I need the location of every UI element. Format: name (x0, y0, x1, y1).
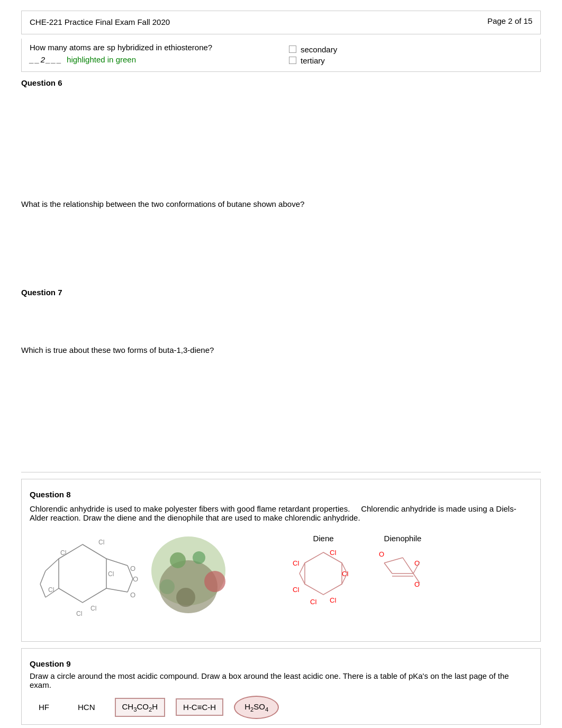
svg-line-23 (384, 563, 392, 574)
cl-label: Cl (60, 549, 66, 557)
molecule-2d: Cl Cl Cl Cl Cl O O (30, 529, 135, 636)
compound-hf: HF (30, 698, 58, 716)
o-label1: O (130, 565, 135, 572)
diene-section: Diene Cl Cl Cl Cl Cl Cl (292, 534, 355, 632)
compound-ch3co2h: CH3CO2H (115, 698, 166, 717)
question8-label: Question 8 (30, 490, 532, 499)
question7-text: Which is true about these two forms of b… (21, 345, 541, 354)
radio-tertiary[interactable] (289, 57, 296, 64)
question8-desc1: Chlorendic anhydride is used to make pol… (30, 504, 350, 513)
page-number: Page 2 of 15 (281, 16, 532, 25)
diene-cl2: Cl (330, 549, 336, 557)
question6-diagram-space (21, 90, 541, 196)
dienophile-o3: O (379, 550, 384, 558)
svg-line-1 (46, 559, 59, 571)
chlorendic-3d-svg (141, 529, 236, 634)
question7-diagram-space (21, 300, 541, 342)
question9-description: Draw a circle around the most acidic com… (30, 671, 532, 689)
molecule-3d-placeholder (141, 529, 236, 636)
question8-section: Question 8 Chlorendic anhydride is used … (21, 479, 541, 642)
o-label2: O (130, 591, 135, 599)
chlorendic-2d-svg: Cl Cl Cl Cl Cl O O (30, 529, 135, 634)
dienophile-section: Dienophile O O O (376, 534, 429, 632)
dienophile-svg: O O O (376, 547, 429, 632)
q8-molecules: Cl Cl Cl Cl Cl O O (30, 529, 270, 636)
svg-line-17 (300, 563, 305, 574)
diene-cl6: Cl (310, 598, 316, 606)
svg-marker-16 (305, 552, 342, 595)
svg-line-5 (106, 559, 128, 566)
top-question-text: How many atoms are sp hybridized in ethi… (30, 43, 273, 52)
compound-h2so4: H2SO4 (234, 696, 279, 719)
diene-label: Diene (313, 534, 333, 543)
svg-line-3 (40, 571, 46, 584)
diene-svg: Cl Cl Cl Cl Cl Cl (292, 547, 355, 632)
compound-hcn: HCN (69, 698, 104, 716)
option-secondary[interactable]: secondary (289, 45, 532, 54)
option-tertiary[interactable]: tertiary (289, 56, 532, 65)
diene-dienophile-container: Diene Cl Cl Cl Cl Cl Cl (292, 534, 532, 632)
svg-point-14 (176, 588, 195, 607)
section-divider (21, 472, 541, 472)
answer-highlight: highlighted in green (67, 55, 136, 64)
question7-label: Question 7 (21, 288, 541, 297)
q8-diene-dienophile: Diene Cl Cl Cl Cl Cl Cl (281, 529, 532, 636)
dienophile-label: Dienophile (384, 534, 422, 543)
cl-label3: Cl (108, 570, 114, 578)
svg-line-24 (384, 558, 403, 563)
diene-cl1: Cl (293, 559, 299, 567)
question9-label: Question 9 (30, 659, 532, 668)
svg-point-12 (170, 552, 186, 568)
question6-answer-space (21, 214, 541, 283)
top-question-right: secondary tertiary (273, 43, 532, 67)
answer-line: __2___ (30, 55, 62, 64)
svg-line-4 (40, 584, 46, 597)
diene-cl4: Cl (330, 596, 336, 604)
svg-line-25 (403, 558, 413, 574)
q9-compounds-row: HF HCN CH3CO2H H-C≡C-H H2SO4 (30, 696, 532, 719)
cl-label6: Cl (76, 610, 82, 617)
radio-secondary[interactable] (289, 46, 296, 53)
svg-line-6 (106, 588, 128, 592)
cl-label4: Cl (90, 605, 96, 612)
question6-section: Question 6 What is the relationship betw… (21, 78, 541, 283)
svg-point-13 (193, 551, 205, 564)
question6-text: What is the relationship between the two… (21, 199, 541, 208)
question9-section: Question 9 Draw a circle around the most… (21, 648, 541, 725)
question8-content: Cl Cl Cl Cl Cl O O (30, 529, 532, 636)
diene-cl5: Cl (293, 586, 299, 594)
top-question-left: How many atoms are sp hybridized in ethi… (30, 43, 273, 67)
svg-point-15 (160, 579, 175, 594)
question7-section: Question 7 Which is true about these two… (21, 288, 541, 466)
cl-label2: Cl (98, 539, 104, 546)
question7-answer-space (21, 360, 541, 466)
compound-hcch: H-C≡C-H (176, 698, 223, 716)
svg-line-8 (128, 579, 133, 592)
svg-line-18 (300, 574, 305, 584)
svg-point-11 (204, 571, 225, 592)
o-label3: O (133, 575, 138, 583)
question6-label: Question 6 (21, 78, 541, 87)
exam-title: CHE-221 Practice Final Exam Fall 2020 (30, 16, 281, 29)
